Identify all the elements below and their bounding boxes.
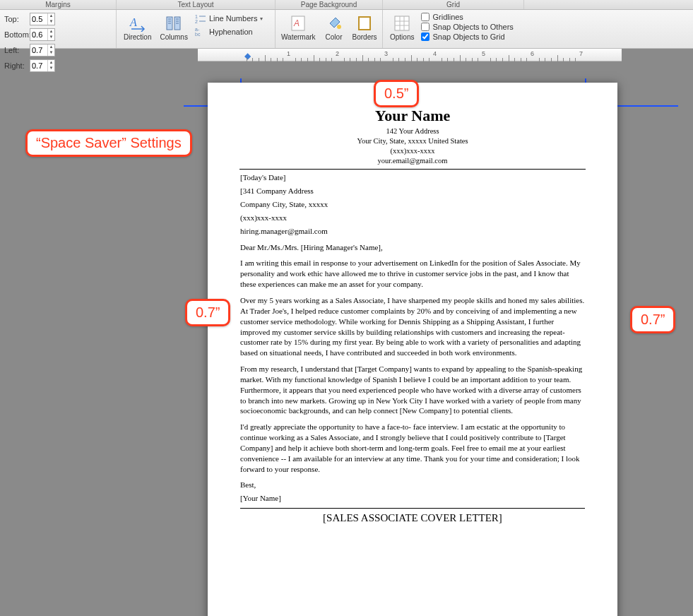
gridlines-checkbox-input[interactable] — [421, 13, 430, 21]
spin-down-icon[interactable]: ▼ — [47, 50, 54, 56]
snapothers-checkbox-input[interactable] — [421, 23, 430, 31]
annotation-title: “Space Saver” Settings — [25, 129, 192, 157]
horizontal-ruler[interactable]: ◆ 1234567 — [198, 49, 622, 61]
svg-point-17 — [337, 25, 341, 29]
grid-icon — [392, 14, 412, 32]
svg-text:bc: bc — [195, 32, 201, 37]
direction-icon: A — [128, 14, 148, 32]
gridoptions-button[interactable]: Options — [386, 13, 418, 45]
color-button[interactable]: Color — [320, 13, 348, 45]
direction-label: Direction — [124, 33, 151, 41]
doc-p4: I'd greatly appreciate the opportunity t… — [240, 422, 585, 474]
doc-name: Your Name — [240, 105, 585, 126]
borders-icon — [355, 14, 374, 32]
doc-date: [Today's Date] — [240, 172, 585, 183]
svg-text:a-: a- — [195, 27, 200, 32]
doc-company-email: hiring.manager@gmail.com — [240, 226, 585, 237]
linenumbers-icon: 12 — [195, 13, 206, 24]
snapgrid-label: Snap Objects to Grid — [432, 32, 504, 41]
spin-up-icon[interactable]: ▲ — [47, 13, 54, 19]
watermark-label: Watermark — [281, 33, 316, 41]
columns-button[interactable]: Columns — [155, 13, 191, 42]
direction-button[interactable]: A Direction — [119, 13, 155, 42]
paintbucket-icon — [324, 14, 344, 32]
doc-email: your.email@gmail.com — [240, 156, 585, 166]
hyphenation-label: Hyphenation — [209, 28, 253, 36]
doc-company-phone: (xxx)xxx-xxxx — [240, 213, 585, 223]
svg-text:1: 1 — [195, 14, 198, 19]
margin-left-field[interactable] — [30, 45, 47, 55]
group-label-grid: Grid — [383, 0, 524, 9]
columns-label: Columns — [160, 33, 187, 41]
hyphenation-icon: a-bc — [195, 26, 206, 37]
svg-text:A: A — [293, 18, 300, 28]
watermark-button[interactable]: A Watermark — [277, 13, 320, 45]
snapothers-checkbox[interactable]: Snap Objects to Others — [421, 23, 513, 31]
doc-addr2: Your City, State, xxxxx United States — [240, 136, 585, 146]
doc-company-addr1: [341 Company Address — [240, 186, 585, 196]
snapgrid-checkbox-input[interactable] — [421, 32, 430, 41]
watermark-icon: A — [288, 14, 308, 32]
doc-phone: (xxx)xxx-xxxx — [240, 146, 585, 156]
svg-text:A: A — [129, 16, 137, 28]
borders-label: Borders — [353, 33, 377, 41]
doc-sig: [Your Name] — [240, 493, 585, 504]
doc-footer-title: [SALES ASSOCIATE COVER LETTER] — [240, 508, 585, 525]
color-label: Color — [326, 33, 343, 41]
snapothers-label: Snap Objects to Others — [432, 23, 513, 31]
gridlines-label: Gridlines — [432, 13, 463, 21]
margin-left-label: Left: — [4, 46, 28, 54]
group-label-pagebg: Page Background — [276, 0, 383, 9]
spin-down-icon[interactable]: ▼ — [47, 19, 54, 25]
doc-closing: Best, — [240, 480, 585, 490]
svg-rect-20 — [395, 16, 409, 30]
borders-button[interactable]: Borders — [348, 13, 381, 45]
doc-company-addr2: Company City, State, xxxxx — [240, 199, 585, 210]
margins-group: Top: ▲▼ Bottom: ▲▼ Left: ▲▼ — [0, 10, 117, 48]
spin-up-icon[interactable]: ▲ — [47, 45, 54, 50]
annotation-top: 0.5” — [374, 80, 419, 107]
indent-marker-icon[interactable]: ◆ — [244, 51, 251, 61]
doc-addr1: 142 Your Address — [240, 126, 585, 136]
grid-group: Options Gridlines Snap Objects to Others… — [383, 10, 524, 48]
spin-up-icon[interactable]: ▲ — [47, 29, 54, 35]
columns-icon — [164, 14, 184, 32]
group-label-textlayout: Text Layout — [117, 0, 276, 9]
svg-rect-18 — [359, 17, 370, 30]
margin-bottom-label: Bottom: — [4, 30, 28, 39]
document-page[interactable]: Your Name 142 Your Address Your City, St… — [208, 83, 617, 616]
margin-bottom-field[interactable] — [30, 30, 47, 40]
linenumbers-label: Line Numbers — [209, 14, 257, 23]
doc-p3: From my research, I understand that [Tar… — [240, 364, 585, 416]
margin-bottom-input[interactable]: ▲▼ — [30, 28, 55, 41]
doc-p2: Over my 5 years working as a Sales Assoc… — [240, 295, 585, 358]
margin-top-field[interactable] — [30, 14, 47, 24]
margin-top-label: Top: — [4, 15, 28, 23]
spin-down-icon[interactable]: ▼ — [47, 35, 54, 40]
hyphenation-button[interactable]: a-bc Hyphenation — [195, 26, 263, 37]
textlayout-group: A Direction Columns 12 Line Numbers ▾ — [117, 10, 276, 48]
gridlines-checkbox[interactable]: Gridlines — [421, 13, 513, 21]
margin-left-input[interactable]: ▲▼ — [30, 44, 55, 57]
svg-text:2: 2 — [195, 19, 198, 24]
dropdown-icon: ▾ — [260, 16, 263, 22]
group-label-margins: Margins — [0, 0, 117, 9]
linenumbers-button[interactable]: 12 Line Numbers ▾ — [195, 13, 263, 24]
margin-top-input[interactable]: ▲▼ — [30, 13, 55, 25]
doc-salutation: Dear Mr./Ms./Mrs. [Hiring Manager's Name… — [240, 242, 585, 253]
annotation-right: 0.7” — [630, 306, 675, 333]
snapgrid-checkbox[interactable]: Snap Objects to Grid — [421, 32, 513, 41]
pagebg-group: A Watermark Color Borders — [276, 10, 383, 48]
annotation-left: 0.7” — [185, 299, 230, 326]
gridoptions-label: Options — [390, 33, 414, 41]
doc-p1: I am writing this email in response to y… — [240, 258, 585, 290]
